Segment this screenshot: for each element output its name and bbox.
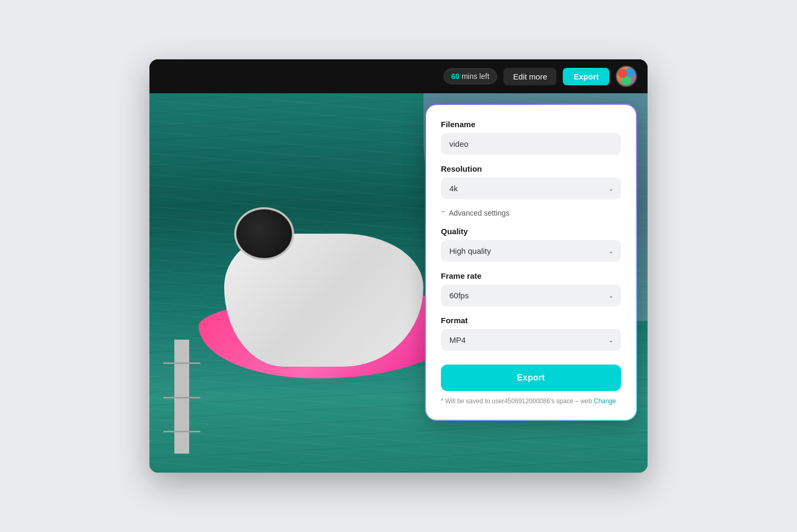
top-bar: 60 mins left Edit more Export [149,59,648,93]
main-content: Filename Resolution 4k 1080p 720p 480p ⌄ [149,93,648,473]
save-notice-text: * Will be saved to user4506912000086's s… [441,397,592,405]
export-button-top[interactable]: Export [563,68,609,85]
format-group: Format MP4 MOV AVI WebM ⌄ [441,316,621,351]
filename-label: Filename [441,120,621,129]
quality-label: Quality [441,227,621,236]
ladder-step [163,431,200,432]
frame-rate-select[interactable]: 60fps 30fps 24fps [441,285,621,306]
change-link[interactable]: Change [594,397,616,405]
format-label: Format [441,316,621,325]
mins-left-label: mins left [462,72,489,81]
edit-more-button[interactable]: Edit more [503,68,556,85]
chevron-up-icon: ⌃ [441,210,446,217]
astronaut-helmet [234,207,294,260]
resolution-select-wrapper: 4k 1080p 720p 480p ⌄ [441,178,621,199]
astronaut [224,234,423,367]
format-select-wrapper: MP4 MOV AVI WebM ⌄ [441,329,621,351]
save-notice: * Will be saved to user4506912000086's s… [441,397,621,405]
mins-left-number: 60 [451,72,460,81]
frame-rate-select-wrapper: 60fps 30fps 24fps ⌄ [441,285,621,306]
pool-ladder [174,340,189,454]
frame-rate-group: Frame rate 60fps 30fps 24fps ⌄ [441,271,621,306]
frame-rate-label: Frame rate [441,271,621,280]
quality-select[interactable]: High quality Medium quality Low quality [441,240,621,262]
export-panel: Filename Resolution 4k 1080p 720p 480p ⌄ [426,105,636,420]
ladder-step [163,397,200,398]
advanced-settings-label: Advanced settings [449,209,509,217]
avatar-image [617,67,636,86]
export-panel-wrapper: Filename Resolution 4k 1080p 720p 480p ⌄ [425,104,637,421]
export-button-main[interactable]: Export [441,365,621,391]
filename-group: Filename [441,120,621,155]
app-window: 60 mins left Edit more Export [149,59,648,473]
filename-input[interactable] [441,133,621,155]
resolution-group: Resolution 4k 1080p 720p 480p ⌄ [441,164,621,199]
advanced-settings-toggle[interactable]: ⌃ Advanced settings [441,209,509,217]
mins-left-badge: 60 mins left [444,68,498,84]
quality-group: Quality High quality Medium quality Low … [441,227,621,262]
ladder-step [163,362,200,364]
avatar[interactable] [616,66,637,87]
resolution-select[interactable]: 4k 1080p 720p 480p [441,178,621,199]
astronaut-body [224,234,423,367]
resolution-label: Resolution [441,164,621,173]
quality-select-wrapper: High quality Medium quality Low quality … [441,240,621,262]
format-select[interactable]: MP4 MOV AVI WebM [441,329,621,351]
